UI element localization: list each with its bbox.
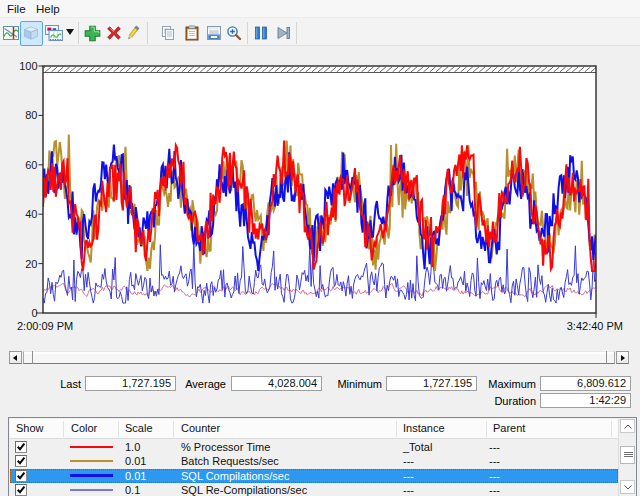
svg-text:0: 0 bbox=[31, 307, 37, 319]
svg-text:40: 40 bbox=[25, 208, 37, 220]
svg-text:20: 20 bbox=[25, 258, 37, 270]
svg-text:60: 60 bbox=[25, 159, 37, 171]
svg-text:80: 80 bbox=[25, 109, 37, 121]
svg-text:100: 100 bbox=[19, 60, 37, 72]
